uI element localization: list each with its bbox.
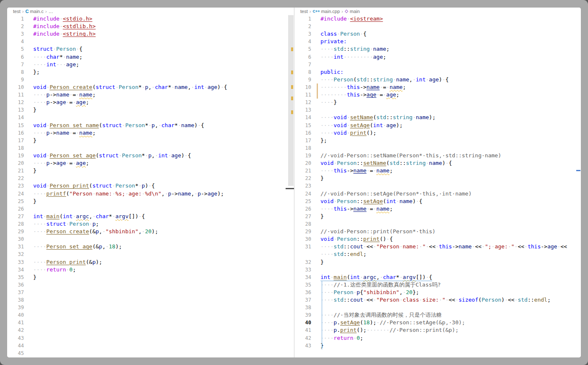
code-line[interactable]: 29//·void·Person::print(Person*·this)	[294, 228, 581, 235]
line-number[interactable]: 2	[294, 23, 311, 30]
code-line[interactable]: 2	[294, 23, 581, 30]
code-line[interactable]: 32}	[294, 258, 581, 266]
vertical-scrollbar[interactable]	[288, 15, 294, 186]
code-line[interactable]: 39	[7, 304, 294, 311]
code-area[interactable]: 1#include·<iostream>23class·Person·{4pri…	[294, 15, 581, 357]
line-number[interactable]: 10	[7, 83, 24, 91]
line-number[interactable]: 19	[7, 152, 24, 159]
line-number[interactable]: 1	[294, 15, 311, 23]
code-line[interactable]: 40····p.setAge(18);·//·Person::setAge(&p…	[294, 319, 581, 326]
code-line[interactable]: 14····void·setName(std::string·name);	[294, 114, 581, 121]
line-number[interactable]: 28	[7, 220, 24, 228]
code-line[interactable]: 7····int···age;	[7, 61, 294, 68]
breadcrumb-item[interactable]: main	[350, 9, 360, 14]
line-number[interactable]: 6	[7, 53, 24, 61]
breadcrumb-item[interactable]: test	[300, 9, 308, 14]
line-number[interactable]	[294, 250, 311, 258]
line-number[interactable]: 14	[7, 114, 24, 121]
code-line[interactable]: 36	[7, 281, 294, 289]
line-number[interactable]: 18	[294, 144, 311, 152]
line-number[interactable]: 2	[7, 23, 24, 30]
line-number[interactable]: 24	[294, 190, 311, 198]
code-line[interactable]: 37····std::cout·<<·"Person·class·size:·"…	[294, 296, 581, 304]
line-number[interactable]: 11	[7, 91, 24, 99]
line-number[interactable]: 20	[7, 159, 24, 167]
code-line[interactable]: 31····std::cout·<<·"Person·name:·"·<<·th…	[294, 243, 581, 250]
code-line[interactable]: 13	[294, 106, 581, 114]
line-number[interactable]: 17	[7, 137, 24, 144]
line-number[interactable]: 31	[7, 243, 24, 250]
line-number[interactable]: 26	[294, 205, 311, 213]
code-line[interactable]: 26····this->name·=·name;	[294, 205, 581, 213]
line-number[interactable]: 27	[7, 213, 24, 220]
line-number[interactable]: 22	[7, 175, 24, 182]
code-line[interactable]: 34int·main(int·argc,·char*·argv[])·{	[294, 274, 581, 281]
line-number[interactable]: 38	[7, 296, 24, 304]
code-line[interactable]: 42	[7, 326, 294, 334]
line-number[interactable]: 33	[7, 258, 24, 266]
line-number[interactable]: 42	[294, 334, 311, 342]
code-line[interactable]: 11····p->name·=·name;	[7, 91, 294, 99]
line-number[interactable]: 44	[7, 342, 24, 349]
line-number[interactable]: 5	[7, 45, 24, 53]
code-line[interactable]: 14	[7, 114, 294, 121]
code-line-wrap[interactable]: ····std::endl;	[294, 250, 581, 258]
code-line[interactable]: 42····return·0;	[294, 334, 581, 342]
line-number[interactable]: 15	[7, 122, 24, 129]
code-line[interactable]: 8public:	[294, 68, 581, 76]
code-line[interactable]: 16····p->name·=·name;	[7, 129, 294, 137]
line-number[interactable]: 31	[294, 243, 311, 250]
code-line[interactable]: 29····Person_create(&p,·"shbinbin",·20);	[7, 228, 294, 235]
code-line[interactable]: 23void·Person_print(struct·Person*·p)·{	[7, 182, 294, 190]
line-number[interactable]: 9	[294, 76, 311, 83]
line-number[interactable]: 41	[7, 319, 24, 326]
code-line[interactable]: 37	[7, 289, 294, 296]
breadcrumb-item[interactable]: main.cpp	[321, 9, 340, 14]
code-line[interactable]: 27}	[294, 213, 581, 220]
line-number[interactable]: 28	[294, 220, 311, 228]
line-number[interactable]: 8	[294, 68, 311, 76]
line-number[interactable]: 23	[294, 182, 311, 190]
line-number[interactable]: 42	[7, 326, 24, 334]
line-number[interactable]: 16	[294, 129, 311, 137]
code-line[interactable]: 40	[7, 311, 294, 319]
code-line[interactable]: 26	[7, 205, 294, 213]
code-line[interactable]: 43}	[294, 342, 581, 349]
line-number[interactable]: 43	[7, 334, 24, 342]
line-number[interactable]: 20	[294, 159, 311, 167]
code-line[interactable]: 6····int·········age;	[294, 53, 581, 61]
code-line[interactable]: 34····return·0;	[7, 266, 294, 274]
code-line[interactable]: 36····Person·p{"shibinbin",·20};	[294, 289, 581, 296]
code-line[interactable]: 11········this->age·=·age;	[294, 91, 581, 99]
code-line[interactable]: 33····Person_print(&p);	[7, 258, 294, 266]
code-line[interactable]: 20void·Person::setName(std::string·name)…	[294, 159, 581, 167]
code-line[interactable]: 31····Person_set_age(&p,·18);	[7, 243, 294, 250]
code-line[interactable]: 15void·Person_set_name(struct·Person*·p,…	[7, 122, 294, 129]
code-line[interactable]: 45	[7, 349, 294, 357]
code-line[interactable]: 22	[7, 175, 294, 182]
code-line[interactable]: 4private:	[294, 38, 581, 45]
line-number[interactable]: 37	[294, 296, 311, 304]
code-line[interactable]: 19//·void·Person::setName(Person*·this,·…	[294, 152, 581, 159]
line-number[interactable]: 45	[7, 349, 24, 357]
line-number[interactable]: 4	[294, 38, 311, 45]
line-number[interactable]: 3	[7, 30, 24, 38]
code-line[interactable]: 30void·Person::print()·{	[294, 235, 581, 243]
code-line[interactable]: 38	[294, 304, 581, 311]
line-number[interactable]: 35	[7, 274, 24, 281]
code-line[interactable]: 1#include·<stdio.h>	[7, 15, 294, 23]
code-line[interactable]: 38	[7, 296, 294, 304]
code-line[interactable]: 25void·Person::setAge(int·name)·{	[294, 198, 581, 205]
line-number[interactable]: 40	[7, 311, 24, 319]
code-line[interactable]: 20····p->age·=·age;	[7, 159, 294, 167]
line-number[interactable]: 3	[294, 30, 311, 38]
code-line[interactable]: 6····char*·name;	[7, 53, 294, 61]
code-line[interactable]: 12····}	[294, 99, 581, 106]
line-number[interactable]: 27	[294, 213, 311, 220]
code-line[interactable]: 10void·Person_create(struct·Person*·p,·c…	[7, 83, 294, 91]
code-line[interactable]: 39····//·当对象去调用函数的时候，只是个语法糖	[294, 311, 581, 319]
line-number[interactable]: 40	[294, 319, 311, 326]
code-line[interactable]: 18	[294, 144, 581, 152]
code-line[interactable]: 27int·main(int·argc,·char*·argv[])·{	[7, 213, 294, 220]
line-number[interactable]: 29	[7, 228, 24, 235]
